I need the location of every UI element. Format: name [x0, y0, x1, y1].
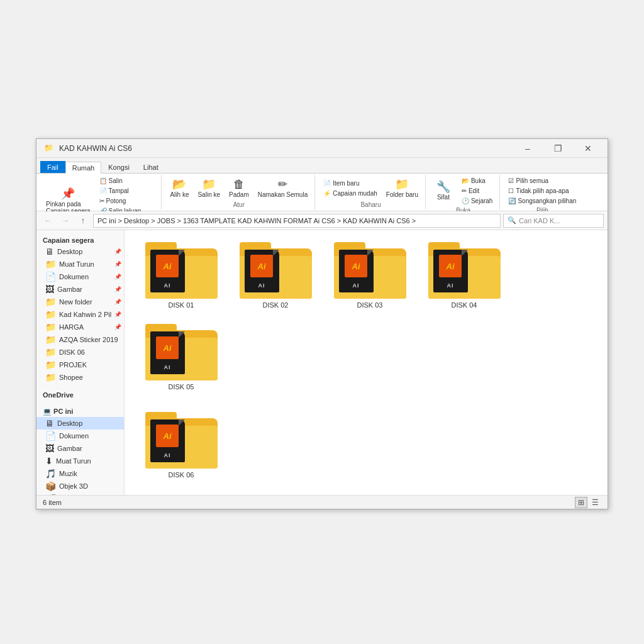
- azqa-icon: 📁: [45, 335, 56, 345]
- ribbon-btn-potong[interactable]: ✂ Potong: [96, 196, 158, 206]
- sidebar-item-dokumen-label: Dokumen: [59, 273, 89, 280]
- folder-label-disk03: DISK 03: [357, 301, 383, 309]
- status-bar: 6 item ⊞ ☰: [36, 495, 608, 509]
- sidebar: Capaian segera 🖥 Desktop 📌 📁 Muat Turun …: [36, 230, 125, 495]
- dokumen-icon: 📄: [45, 272, 56, 282]
- ribbon-btn-sejarah[interactable]: 🕐 Sejarah: [458, 196, 496, 206]
- ribbon-btn-folder-baru[interactable]: 📁 Folder baru: [383, 177, 421, 200]
- kad-kahwin-icon: 📁: [45, 309, 56, 319]
- folder-disk03[interactable]: Ai AI DISK 03: [326, 238, 414, 313]
- ribbon-btn-salin[interactable]: 📋 Salin: [96, 176, 158, 186]
- sidebar-item-projek[interactable]: 📁 PROJEK: [36, 358, 124, 371]
- ribbon-btn-salin-ke[interactable]: 📁 Salin ke: [194, 177, 223, 200]
- ribbon-btn-edit[interactable]: ✏ Edit: [458, 186, 496, 196]
- sidebar-item-dokumen-pc[interactable]: 📄 Dokumen: [36, 430, 124, 442]
- easy-access-icon: ⚡: [323, 190, 331, 197]
- view-btn-grid[interactable]: ⊞: [575, 497, 587, 508]
- ribbon-btn-padam[interactable]: 🗑 Padam: [226, 177, 252, 200]
- ribbon-btn-pilih-semua[interactable]: ☑ Pilih semua: [505, 176, 579, 186]
- sidebar-item-muat-turun-pc[interactable]: ⬇ Muat Turun: [36, 455, 124, 467]
- sidebar-item-dokumen-pc-label: Dokumen: [59, 432, 89, 440]
- sidebar-item-disk06[interactable]: 📁 DISK 06: [36, 346, 124, 358]
- ai-file-left-disk04: Ai AI: [433, 250, 468, 292]
- ribbon-btn-capaian-mudah[interactable]: ⚡ Capaian mudah: [320, 189, 380, 198]
- ribbon-btn-tampal[interactable]: 📄 Tampal: [96, 186, 158, 196]
- quick-access-label: Capaian segera: [36, 233, 124, 245]
- desktop-pc-icon: 🖥: [45, 418, 54, 428]
- sidebar-item-new-folder-label: New folder: [59, 298, 92, 306]
- tab-fail[interactable]: Fail: [40, 161, 65, 173]
- folder-label-disk04: DISK 04: [452, 301, 477, 309]
- restore-button[interactable]: ❐: [543, 139, 572, 158]
- ribbon-btn-buka[interactable]: 📂 Buka: [458, 176, 496, 186]
- pin-indicator-5: 📌: [114, 299, 121, 305]
- folder-disk02[interactable]: Ai AI DISK 02: [231, 238, 319, 313]
- sidebar-item-dokumen[interactable]: 📄 Dokumen 📌: [36, 270, 124, 283]
- minimize-button[interactable]: –: [513, 139, 542, 158]
- ribbon-btn-namakan[interactable]: ✏ Namakan Semula: [255, 177, 311, 200]
- folder-visual-disk02: Ai AI: [240, 242, 312, 299]
- ribbon-small-group-baharu: 📄 Item baru ⚡ Capaian mudah: [320, 179, 380, 198]
- tab-rumah[interactable]: Rumah: [65, 162, 101, 174]
- sidebar-item-disk06-label: DISK 06: [59, 348, 85, 356]
- main-layout: Capaian segera 🖥 Desktop 📌 📁 Muat Turun …: [36, 230, 608, 495]
- ribbon-group-pilih: ☑ Pilih semua ☐ Tidak pilih apa-apa 🔄 So…: [501, 175, 583, 209]
- deselect-icon: ☐: [508, 187, 514, 194]
- objek-3d-icon: 📦: [45, 481, 56, 491]
- sidebar-item-gambar-pc[interactable]: 🖼 Gambar: [36, 442, 124, 455]
- sidebar-item-harga-label: HARGA: [59, 323, 84, 331]
- view-toggle: ⊞ ☰: [575, 497, 601, 508]
- sidebar-item-muat-turun[interactable]: 📁 Muat Turun 📌: [36, 258, 124, 270]
- sidebar-item-objek-3d[interactable]: 📦 Objek 3D: [36, 480, 124, 492]
- folder-visual-disk04: Ai AI: [428, 242, 501, 299]
- folder-disk01[interactable]: Ai AI DISK 01: [137, 238, 225, 313]
- projek-icon: 📁: [45, 360, 56, 370]
- back-button[interactable]: ←: [40, 213, 55, 228]
- gambar-icon: 🖼: [45, 284, 54, 294]
- tab-kongsi[interactable]: Kongsi: [101, 161, 136, 173]
- ai-label-disk03: AI: [353, 282, 360, 289]
- muzik-icon: 🎵: [45, 469, 56, 479]
- up-button[interactable]: ↑: [75, 213, 91, 228]
- ai-badge-disk03: Ai: [345, 255, 367, 277]
- folder-disk04[interactable]: Ai AI DISK 04: [420, 238, 508, 313]
- address-path[interactable]: PC ini > Desktop > JOBS > 1363 TAMPLATE …: [93, 214, 501, 228]
- sidebar-item-gambar[interactable]: 🖼 Gambar 📌: [36, 283, 124, 296]
- sidebar-item-shopee[interactable]: 📁 Shopee: [36, 371, 124, 384]
- tab-lihat[interactable]: Lihat: [136, 161, 165, 173]
- ribbon-group-items-pilih: ☑ Pilih semua ☐ Tidak pilih apa-apa 🔄 So…: [505, 176, 579, 206]
- folder-visual-disk06: Ai AI: [145, 412, 218, 469]
- outer-wrapper: 📁 KAD KAHWIN Ai CS6 – ❐ ✕ Fail Rumah Kon…: [0, 0, 644, 644]
- gambar-pc-icon: 🖼: [45, 443, 54, 453]
- search-box[interactable]: 🔍 Cari KAD K...: [503, 214, 604, 228]
- forward-button[interactable]: →: [58, 213, 73, 228]
- ribbon-btn-songsangkan[interactable]: 🔄 Songsangkan pilihan: [505, 196, 579, 206]
- download-icon: 📁: [45, 259, 56, 269]
- ribbon-group-items-baharu: 📄 Item baru ⚡ Capaian mudah 📁 Folder bar…: [320, 176, 421, 200]
- content-area: Ai AI DISK 01 Ai AI: [125, 230, 608, 495]
- folder-disk06[interactable]: Ai AI DISK 06: [137, 408, 225, 483]
- ribbon-btn-item-baru[interactable]: 📄 Item baru: [320, 179, 380, 188]
- pin-indicator-2: 📌: [114, 261, 121, 267]
- ribbon-group-label-baharu: Baharu: [320, 200, 421, 208]
- close-button[interactable]: ✕: [574, 139, 602, 158]
- ai-label-disk01: AI: [164, 282, 171, 289]
- folder-visual-disk05: Ai AI: [145, 324, 218, 380]
- sidebar-item-muzik[interactable]: 🎵 Muzik: [36, 467, 124, 480]
- sidebar-item-new-folder[interactable]: 📁 New folder 📌: [36, 296, 124, 308]
- ribbon-tabs: Fail Rumah Kongsi Lihat: [36, 158, 608, 173]
- sidebar-item-desktop[interactable]: 🖥 Desktop 📌: [36, 245, 124, 258]
- ribbon-btn-sifat[interactable]: 🔧 Sifat: [431, 179, 456, 203]
- sidebar-item-harga[interactable]: 📁 HARGA 📌: [36, 321, 124, 333]
- ribbon-group-baharu: 📄 Item baru ⚡ Capaian mudah 📁 Folder bar…: [316, 175, 426, 209]
- ribbon-btn-alih[interactable]: 📂 Alih ke: [167, 177, 192, 200]
- view-btn-list[interactable]: ☰: [589, 497, 601, 508]
- pin-indicator-4: 📌: [114, 286, 121, 292]
- folder-disk05[interactable]: Ai AI DISK 05: [137, 319, 225, 395]
- sidebar-item-azqa-label: AZQA Sticker 2019: [59, 336, 118, 343]
- sidebar-item-azqa[interactable]: 📁 AZQA Sticker 2019: [36, 333, 124, 346]
- pc-label: 💻 PC ini: [36, 404, 124, 417]
- ribbon-btn-tidak-pilih[interactable]: ☐ Tidak pilih apa-apa: [505, 186, 579, 196]
- sidebar-item-kad-kahwin[interactable]: 📁 Kad Kahwin 2 Pil 📌: [36, 308, 124, 321]
- sidebar-item-desktop-pc[interactable]: 🖥 Desktop: [36, 417, 124, 430]
